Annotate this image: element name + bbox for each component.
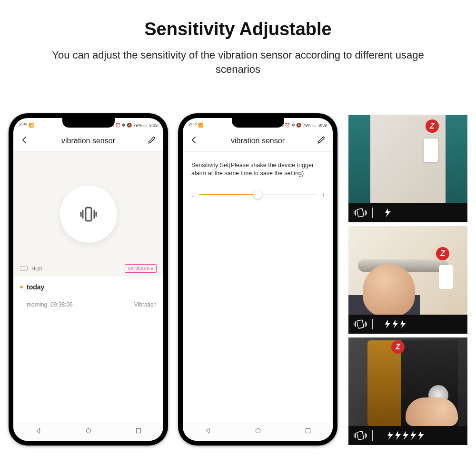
status-time: 9:39: [149, 123, 158, 128]
slider-min-label: L: [191, 192, 194, 198]
phone-sensitivity: ³ᴳ ⁴ᴳ 📶 ℕ ⏰ ✻ 🔕 79% ▭ 9:39 vibration sen…: [178, 113, 337, 446]
nav-recent-icon[interactable]: [135, 427, 142, 436]
edit-button[interactable]: [317, 135, 326, 147]
status-indicators: ℕ ⏰ ✻ 🔕 79% ▭: [111, 123, 148, 128]
scenario-window: Z: [348, 115, 467, 222]
nav-home-icon[interactable]: [254, 427, 262, 436]
status-network: ³ᴳ ⁴ᴳ 📶: [188, 123, 203, 128]
android-nav-bar: [13, 422, 163, 441]
slider-max-label: H: [320, 192, 324, 198]
slider-fill: [199, 194, 257, 195]
app-bar: vibration sensor: [183, 130, 333, 152]
slider-track[interactable]: [199, 194, 316, 195]
nav-home-icon[interactable]: [85, 427, 92, 436]
nav-back-icon[interactable]: [204, 427, 212, 436]
svg-rect-0: [86, 208, 91, 221]
status-indicators: ℕ ⏰ ✻ 🔕 79% ▭: [280, 123, 317, 128]
vibration-icon: [353, 208, 367, 218]
entry-time: 09:38:06: [50, 301, 73, 308]
edit-button[interactable]: [147, 135, 157, 147]
sensor-device-icon: [424, 139, 438, 162]
intensity-bolts: [378, 208, 426, 218]
scenario-column: Z Z: [348, 115, 467, 445]
svg-point-3: [86, 428, 90, 433]
event-log: today morning 09:38:06 Vibration: [13, 277, 163, 315]
android-nav-bar: [183, 422, 333, 441]
status-network: ³ᴳ ⁴ᴳ 📶: [19, 123, 34, 128]
phone-notch: [232, 118, 284, 128]
entry-period: morning: [27, 301, 47, 308]
back-button[interactable]: [189, 135, 199, 147]
scenario-strip: [348, 426, 467, 445]
phone-notch: [62, 118, 115, 128]
scenario-strip: [348, 315, 467, 334]
log-entry[interactable]: morning 09:38:06 Vibration: [20, 301, 157, 308]
scenario-strip: [348, 203, 467, 222]
entry-type: Vibration: [134, 301, 157, 308]
svg-rect-4: [136, 428, 140, 433]
scenario-safe: Z: [348, 337, 467, 445]
vibration-icon: [353, 430, 367, 441]
svg-rect-8: [357, 320, 364, 328]
status-time: 9:39: [318, 123, 327, 128]
screen-title: vibration sensor: [30, 137, 147, 145]
screen-title: vibration sensor: [199, 137, 317, 145]
nav-recent-icon[interactable]: [304, 427, 312, 436]
zigbee-badge-icon: Z: [391, 340, 405, 354]
svg-point-5: [256, 428, 260, 433]
intensity-bolts: [378, 319, 426, 329]
sensitivity-slider[interactable]: L H: [191, 192, 324, 198]
battery-label: High: [31, 266, 42, 271]
phone-overview: ³ᴳ ⁴ᴳ 📶 ℕ ⏰ ✻ 🔕 79% ▭ 9:39 vibration sen…: [9, 113, 168, 446]
sensitivity-description: Sensitivity Set(Please shake the device …: [191, 161, 324, 178]
back-button[interactable]: [20, 135, 30, 147]
slider-thumb[interactable]: [253, 190, 262, 199]
vibration-sensor-icon: [60, 186, 117, 243]
svg-rect-1: [20, 267, 28, 271]
nav-back-icon[interactable]: [35, 427, 42, 436]
page-heading: Sensitivity Adjustable: [0, 19, 476, 40]
svg-rect-7: [357, 208, 364, 217]
zigbee-badge-icon: Z: [426, 119, 439, 133]
page-subheading: You can adjust the sensitivity of the vi…: [38, 48, 438, 76]
svg-rect-2: [28, 268, 29, 269]
svg-rect-9: [357, 431, 364, 440]
sensor-device-icon: [439, 265, 453, 289]
intensity-bolts: [378, 430, 445, 441]
log-heading: today: [20, 283, 157, 291]
set-alarm-dropdown[interactable]: set Alarm: [125, 264, 157, 273]
svg-rect-6: [306, 428, 310, 433]
vibration-icon: [353, 319, 367, 329]
sensor-status-panel: High set Alarm: [13, 152, 163, 277]
zigbee-badge-icon: Z: [436, 247, 449, 260]
scenario-door-handle: Z: [348, 226, 467, 334]
app-bar: vibration sensor: [13, 130, 163, 152]
dot-icon: [20, 286, 23, 288]
battery-status: High: [20, 264, 42, 273]
log-heading-text: today: [27, 283, 44, 291]
